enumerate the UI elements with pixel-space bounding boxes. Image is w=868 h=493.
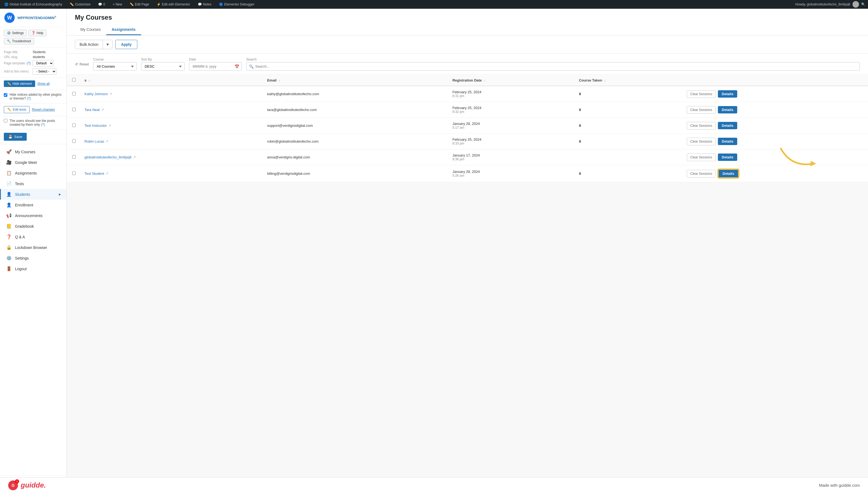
- sidebar-item-qa[interactable]: ❓ Q & A: [0, 232, 67, 242]
- row-courses-cell: 8: [575, 102, 682, 118]
- select-all-checkbox[interactable]: [72, 78, 76, 82]
- row-checkbox[interactable]: [72, 108, 76, 111]
- show-all-link[interactable]: Show all: [37, 82, 50, 86]
- admin-bar-site[interactable]: 🌐 Global Institute of Echocardiography: [3, 0, 64, 9]
- search-icon-admin[interactable]: 🔍: [861, 2, 865, 6]
- bulk-action-chevron[interactable]: ▼: [103, 40, 112, 49]
- external-link-icon[interactable]: ↗: [106, 140, 108, 143]
- row-email-cell: billing@verdigrisdigital.com: [262, 165, 448, 182]
- tab-assignments[interactable]: Assignments: [106, 24, 141, 35]
- bulk-action-dropdown[interactable]: Bulk Action ▼: [75, 40, 113, 49]
- clear-sessions-button[interactable]: Clear Sessions: [687, 122, 716, 130]
- sidebar-item-enrollment[interactable]: 👤 Enrollment: [0, 199, 67, 210]
- sidebar-item-gradebook[interactable]: 📒 Gradebook: [0, 221, 67, 232]
- clear-sessions-button[interactable]: Clear Sessions: [687, 106, 716, 114]
- search-input[interactable]: [246, 62, 860, 71]
- registration-time: 8:32 pm: [453, 110, 570, 114]
- sidebar-item-tests[interactable]: 📄 Tests: [0, 178, 67, 189]
- course-filter-select[interactable]: All Courses: [93, 62, 137, 71]
- row-name-cell: Robin Lucas ↗: [80, 134, 262, 149]
- page-meta: Page title: Students URL slug: students …: [0, 47, 67, 78]
- external-link-icon[interactable]: ↗: [106, 172, 108, 175]
- settings-button[interactable]: ⚙️ Settings: [4, 30, 27, 36]
- row-checkbox-cell: [67, 165, 80, 182]
- edit-page-icon: ✏️: [130, 2, 134, 6]
- lockdown-icon: 🔒: [6, 245, 12, 250]
- tab-my-courses[interactable]: My Courses: [75, 24, 106, 35]
- reset-button[interactable]: ↺ Reset: [75, 61, 89, 68]
- sidebar-item-logout[interactable]: 🚪 Logout: [0, 263, 67, 274]
- date-input[interactable]: [189, 62, 242, 71]
- row-checkbox[interactable]: [72, 124, 76, 127]
- details-button[interactable]: Details: [718, 106, 737, 113]
- external-link-icon[interactable]: ↗: [110, 92, 112, 96]
- registration-date: January 28, 2024: [453, 170, 570, 174]
- add-to-menu-select[interactable]: - Select -: [33, 68, 56, 75]
- admin-bar-new[interactable]: + New: [111, 0, 124, 9]
- details-button[interactable]: Details: [718, 90, 737, 98]
- clear-sessions-button[interactable]: Clear Sessions: [687, 90, 716, 98]
- guidde-made-with: Made with guidde.com: [819, 483, 860, 488]
- sidebar-item-announcements[interactable]: 📢 Announcements: [0, 210, 67, 221]
- admin-bar-elementor[interactable]: ⚡ Edit with Elementor: [155, 0, 191, 9]
- row-checkbox[interactable]: [72, 172, 76, 175]
- notices-checkbox[interactable]: [4, 93, 7, 97]
- troubleshoot-button[interactable]: 🔧 Troubleshoot: [4, 38, 34, 44]
- th-courses-taken: Course Taken ↕: [575, 75, 682, 86]
- revert-changes-link[interactable]: Revert changes: [32, 108, 55, 111]
- row-checkbox[interactable]: [72, 92, 76, 95]
- guidde-left: G 1 guidde.: [8, 480, 46, 490]
- sort-filter-select[interactable]: DESC ASC: [141, 62, 185, 71]
- courses-count: 8: [579, 140, 581, 144]
- courses-count: 8: [579, 124, 581, 128]
- clear-sessions-button[interactable]: Clear Sessions: [687, 170, 716, 177]
- clear-sessions-button[interactable]: Clear Sessions: [687, 153, 716, 161]
- courses-count: 8: [579, 92, 581, 96]
- posts-checkbox[interactable]: [4, 119, 7, 123]
- sidebar-item-my-courses[interactable]: 🚀 My Courses: [0, 146, 67, 157]
- student-email: support@verdigrisdigital.com: [267, 124, 313, 128]
- save-button[interactable]: 💾 Save: [4, 133, 27, 141]
- clear-sessions-button[interactable]: Clear Sessions: [687, 138, 716, 145]
- admin-bar-comments[interactable]: 💬 0: [96, 0, 107, 9]
- student-name: Kathy Johnson ↗: [85, 92, 258, 96]
- admin-bar-elementor-debugger[interactable]: 🔵 Elementor Debugger: [218, 0, 256, 9]
- courses-count: 8: [579, 108, 581, 112]
- logout-icon: 🚪: [6, 266, 12, 271]
- details-button[interactable]: Details: [718, 169, 739, 178]
- sidebar-item-lockdown[interactable]: 🔒 Lockdown Browser: [0, 242, 67, 253]
- help-button[interactable]: ❓ Help: [28, 30, 46, 36]
- registration-date: January 17, 2024: [453, 153, 570, 157]
- page-template-select[interactable]: Default: [33, 60, 54, 66]
- toolbar: Bulk Action ▼ Apply: [67, 36, 868, 54]
- admin-bar-edit-page[interactable]: ✏️ Edit Page: [128, 0, 151, 9]
- details-button[interactable]: Details: [718, 153, 737, 161]
- table-wrapper: s ↕ Email ↕ Registration Date ↕ Course T…: [67, 75, 868, 182]
- action-col: Clear Sessions Details: [687, 90, 864, 98]
- row-checkbox[interactable]: [72, 140, 76, 143]
- row-checkbox[interactable]: [72, 155, 76, 159]
- chevron-right-icon: ▶: [59, 193, 61, 196]
- external-link-icon[interactable]: ↗: [101, 108, 104, 111]
- external-link-icon[interactable]: ↗: [133, 155, 136, 159]
- help-icon: ❓: [31, 31, 36, 35]
- hide-element-button[interactable]: ✏️ Hide element: [4, 81, 35, 87]
- sidebar-item-google-meet[interactable]: 🎥 Google Meet: [0, 157, 67, 168]
- customize-icon: ✏️: [70, 2, 74, 6]
- edit-texts-button[interactable]: ✏️ Edit texts: [4, 106, 30, 113]
- announcements-icon: 📢: [6, 213, 12, 218]
- admin-bar-customize[interactable]: ✏️ Customize: [68, 0, 92, 9]
- admin-bar-notes[interactable]: 💬 Notes: [196, 0, 213, 9]
- details-button[interactable]: Details: [718, 138, 737, 145]
- sidebar-item-assignments[interactable]: 📋 Assignments: [0, 168, 67, 178]
- sidebar-item-students[interactable]: 👤 Students ▶: [0, 189, 67, 199]
- sidebar-item-settings[interactable]: ⚙️ Settings: [0, 253, 67, 263]
- row-checkbox-cell: [67, 102, 80, 118]
- student-email: anna@verdigris-digital.com: [267, 155, 310, 159]
- apply-button[interactable]: Apply: [115, 40, 137, 49]
- details-button[interactable]: Details: [718, 122, 737, 129]
- save-row: 💾 Save: [0, 130, 67, 144]
- external-link-icon[interactable]: ↗: [109, 124, 111, 127]
- student-email: tara@globalinstituteofecho.com: [267, 108, 317, 112]
- table-row: Test Instructor ↗ support@verdigrisdigit…: [67, 118, 868, 134]
